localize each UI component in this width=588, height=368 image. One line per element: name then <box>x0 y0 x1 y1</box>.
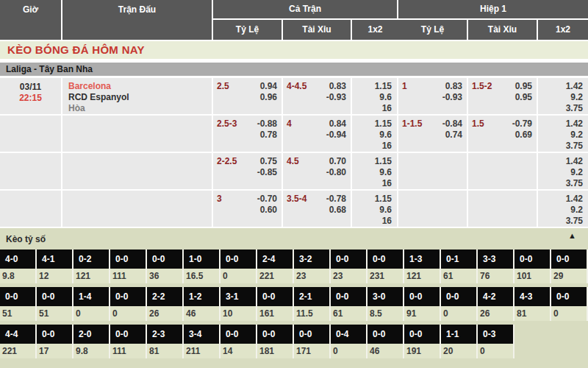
odds-draw[interactable]: 9.6 <box>352 130 392 141</box>
odds-bottom[interactable]: 0.60 <box>257 205 277 216</box>
odds-home[interactable]: 1.42 <box>538 81 583 92</box>
ft-handicap-odds[interactable]: 2.5-3 -0.880.78 <box>213 116 283 152</box>
away-team-link[interactable]: RCD Espanyol <box>68 92 212 103</box>
score-box[interactable]: 1-3 <box>404 250 441 269</box>
score-box[interactable]: 3-2 <box>294 250 331 269</box>
score-box[interactable]: 0-0 <box>368 250 404 269</box>
score-box[interactable]: 4-1 <box>37 250 74 269</box>
score-box[interactable]: 0-0 <box>551 287 588 306</box>
score-box[interactable]: 1-0 <box>184 250 220 269</box>
odds-top[interactable]: -0.78 <box>326 194 346 205</box>
odds-draw[interactable]: 9.2 <box>538 167 583 178</box>
ft-handicap-odds[interactable]: 3 -0.700.60 <box>213 191 283 227</box>
h1-1x2-odds[interactable]: 1.42 9.2 3.75 <box>538 153 588 189</box>
score-box[interactable]: 3-3 <box>478 250 514 269</box>
odds-draw[interactable]: 9.2 <box>538 130 583 141</box>
score-box[interactable]: 2-3 <box>147 325 184 344</box>
score-box[interactable]: 0-0 <box>404 287 441 306</box>
score-box[interactable]: 0-0 <box>514 250 551 269</box>
score-box[interactable]: 0-0 <box>551 250 588 269</box>
score-box[interactable]: 0-0 <box>404 325 441 344</box>
odds-draw[interactable]: 9.6 <box>352 205 392 216</box>
ft-1x2-odds[interactable]: 1.15 9.6 16 <box>352 191 398 227</box>
odds-top[interactable]: 0.95 <box>515 81 532 92</box>
odds-top[interactable]: -0.84 <box>442 118 462 130</box>
h1-handicap-odds[interactable]: 1-1.5 -0.840.74 <box>398 116 468 152</box>
odds-bottom[interactable]: -0.93 <box>442 92 462 103</box>
ft-1x2-odds[interactable]: 1.15 9.6 16 <box>352 116 398 152</box>
odds-home[interactable]: 1.42 <box>538 194 583 205</box>
score-box[interactable]: 0-0 <box>110 325 147 344</box>
score-box[interactable]: 0-0 <box>257 287 294 306</box>
odds-draw[interactable]: 9.6 <box>352 167 392 178</box>
odds-bottom[interactable]: -0.93 <box>326 92 346 103</box>
score-box[interactable]: 3-1 <box>220 287 257 306</box>
odds-top[interactable]: 0.70 <box>326 156 346 167</box>
home-team-link[interactable]: Barcelona <box>68 81 212 92</box>
odds-draw[interactable]: 9.6 <box>352 92 392 103</box>
ft-handicap-odds[interactable]: 2-2.5 0.75-0.85 <box>213 153 283 189</box>
score-box[interactable]: 0-0 <box>110 250 147 269</box>
ft-handicap-odds[interactable]: 2.5 0.940.96 <box>213 78 283 114</box>
ft-over-under-odds[interactable]: 4-4.5 0.83-0.93 <box>283 78 352 114</box>
ft-1x2-odds[interactable]: 1.15 9.6 16 <box>352 153 398 189</box>
odds-bottom[interactable]: 0.96 <box>260 92 277 103</box>
odds-home[interactable]: 1.15 <box>352 81 392 92</box>
collapse-section-icon[interactable]: ▲ <box>568 231 576 240</box>
score-box[interactable]: 0-0 <box>37 325 74 344</box>
h1-1x2-odds[interactable]: 1.42 9.2 3.75 <box>538 116 588 152</box>
score-box[interactable]: 1-1 <box>441 325 478 344</box>
score-box[interactable]: 4-3 <box>514 287 551 306</box>
score-box[interactable]: 0-0 <box>147 250 184 269</box>
odds-draw[interactable]: 9.2 <box>538 92 583 103</box>
score-box[interactable]: 0-0 <box>331 287 368 306</box>
score-box[interactable]: 0-0 <box>294 325 331 344</box>
h1-over-under-odds[interactable]: 1.5 -0.790.69 <box>468 116 538 152</box>
ft-over-under-odds[interactable]: 4.5 0.70-0.80 <box>283 153 352 189</box>
odds-bottom[interactable]: 0.78 <box>257 130 277 141</box>
odds-away[interactable]: 3.75 <box>538 141 583 152</box>
score-box[interactable]: 0-2 <box>74 250 110 269</box>
score-box[interactable]: 1-4 <box>74 287 110 306</box>
ft-over-under-odds[interactable]: 4 0.84-0.94 <box>283 116 352 152</box>
ft-over-under-odds[interactable]: 3.5-4 -0.780.68 <box>283 191 352 227</box>
odds-away[interactable]: 3.75 <box>538 178 583 189</box>
h1-1x2-odds[interactable]: 1.42 9.2 3.75 <box>538 191 588 227</box>
score-box[interactable]: 0-0 <box>220 325 257 344</box>
odds-bottom[interactable]: -0.85 <box>257 167 277 178</box>
odds-bottom[interactable]: 0.74 <box>442 130 462 141</box>
score-box[interactable]: 4-2 <box>478 287 514 306</box>
score-box[interactable]: 0-0 <box>368 325 404 344</box>
score-box[interactable]: 4-0 <box>0 250 37 269</box>
odds-bottom[interactable]: 0.69 <box>512 130 532 141</box>
odds-top[interactable]: -0.70 <box>257 194 277 205</box>
score-box[interactable]: 0-0 <box>0 287 37 306</box>
score-box[interactable]: 0-0 <box>331 250 368 269</box>
score-box[interactable]: 2-0 <box>74 325 110 344</box>
odds-top[interactable]: -0.88 <box>257 118 277 130</box>
odds-bottom[interactable]: 0.95 <box>515 92 532 103</box>
score-box[interactable]: 4-4 <box>0 325 37 344</box>
odds-away[interactable]: 16 <box>352 178 392 189</box>
score-box[interactable]: 0-3 <box>478 325 514 344</box>
h1-handicap-odds[interactable]: 1 0.83-0.93 <box>398 78 468 114</box>
odds-home[interactable]: 1.15 <box>352 118 392 130</box>
odds-bottom[interactable]: 0.68 <box>326 205 346 216</box>
odds-away[interactable]: 16 <box>352 216 392 227</box>
score-box[interactable]: 1-2 <box>184 287 220 306</box>
h1-over-under-odds[interactable]: 1.5-2 0.950.95 <box>468 78 538 114</box>
odds-home[interactable]: 1.15 <box>352 194 392 205</box>
score-box[interactable]: 0-1 <box>441 250 478 269</box>
score-box[interactable]: 0-0 <box>441 287 478 306</box>
score-box[interactable]: 3-4 <box>184 325 220 344</box>
ft-1x2-odds[interactable]: 1.15 9.6 16 <box>352 78 398 114</box>
odds-top[interactable]: -0.79 <box>512 118 532 130</box>
score-box[interactable]: 0-4 <box>331 325 368 344</box>
odds-home[interactable]: 1.42 <box>538 156 583 167</box>
odds-top[interactable]: 0.83 <box>326 81 346 92</box>
odds-bottom[interactable]: -0.80 <box>326 167 346 178</box>
odds-top[interactable]: 0.84 <box>326 118 346 130</box>
odds-away[interactable]: 3.75 <box>538 216 583 227</box>
score-box[interactable]: 2-2 <box>147 287 184 306</box>
h1-1x2-odds[interactable]: 1.42 9.2 3.75 <box>538 78 588 114</box>
